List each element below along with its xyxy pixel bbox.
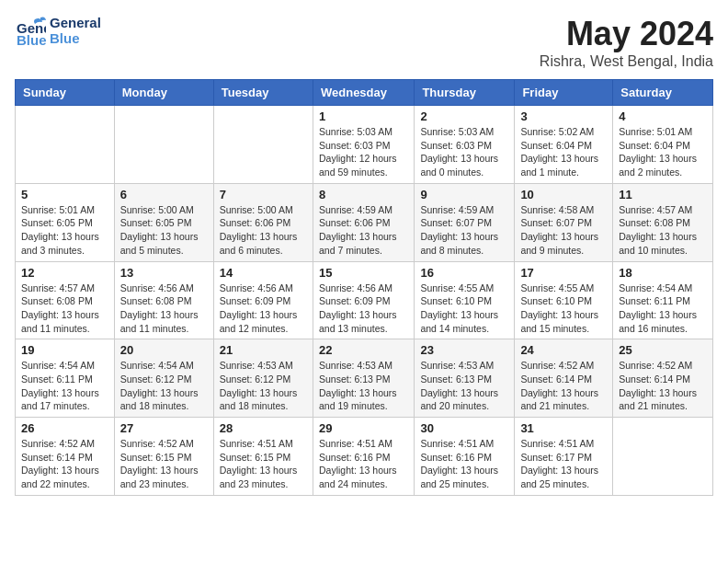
day-number: 2 [420,109,508,123]
calendar-cell: 21Sunrise: 4:53 AM Sunset: 6:12 PM Dayli… [213,339,313,418]
column-header-monday: Monday [114,80,213,106]
day-info: Sunrise: 4:53 AM Sunset: 6:13 PM Dayligh… [319,359,408,413]
calendar-cell: 16Sunrise: 4:55 AM Sunset: 6:10 PM Dayli… [415,261,515,339]
calendar-cell [613,418,713,496]
day-number: 19 [21,343,108,357]
logo-text-blue: Blue [50,30,101,46]
day-info: Sunrise: 4:59 AM Sunset: 6:07 PM Dayligh… [420,203,508,258]
day-info: Sunrise: 4:54 AM Sunset: 6:11 PM Dayligh… [21,359,108,413]
calendar-week-row: 12Sunrise: 4:57 AM Sunset: 6:08 PM Dayli… [16,261,713,339]
day-number: 15 [319,266,408,280]
day-info: Sunrise: 5:03 AM Sunset: 6:03 PM Dayligh… [319,125,408,179]
column-header-thursday: Thursday [415,80,515,106]
day-number: 26 [21,421,108,435]
day-info: Sunrise: 5:00 AM Sunset: 6:05 PM Dayligh… [120,203,208,258]
day-info: Sunrise: 4:52 AM Sunset: 6:14 PM Dayligh… [520,359,607,413]
day-info: Sunrise: 4:54 AM Sunset: 6:11 PM Dayligh… [619,282,707,336]
day-number: 31 [520,421,607,435]
calendar-cell: 12Sunrise: 4:57 AM Sunset: 6:08 PM Dayli… [16,261,115,339]
day-number: 14 [220,266,307,280]
day-info: Sunrise: 5:03 AM Sunset: 6:03 PM Dayligh… [420,125,508,179]
day-info: Sunrise: 4:53 AM Sunset: 6:13 PM Dayligh… [420,359,508,413]
calendar-cell: 15Sunrise: 4:56 AM Sunset: 6:09 PM Dayli… [313,261,414,339]
day-number: 16 [420,266,508,280]
logo: General Blue General Blue [15,15,101,46]
day-number: 23 [420,343,508,357]
day-info: Sunrise: 4:51 AM Sunset: 6:15 PM Dayligh… [220,437,307,491]
page-title: May 2024 [540,15,713,53]
calendar-cell: 25Sunrise: 4:52 AM Sunset: 6:14 PM Dayli… [613,339,713,418]
day-number: 13 [120,266,208,280]
calendar-cell: 20Sunrise: 4:54 AM Sunset: 6:12 PM Dayli… [114,339,213,418]
calendar-week-row: 5Sunrise: 5:01 AM Sunset: 6:05 PM Daylig… [16,183,713,261]
logo-icon: General Blue [15,15,46,46]
calendar-cell: 26Sunrise: 4:52 AM Sunset: 6:14 PM Dayli… [16,418,115,496]
day-number: 11 [619,188,707,201]
calendar-cell: 22Sunrise: 4:53 AM Sunset: 6:13 PM Dayli… [313,339,414,418]
day-number: 17 [520,266,607,280]
day-number: 4 [619,109,707,123]
day-info: Sunrise: 5:01 AM Sunset: 6:05 PM Dayligh… [21,203,108,258]
day-number: 27 [120,421,208,435]
day-info: Sunrise: 4:57 AM Sunset: 6:08 PM Dayligh… [21,282,108,336]
calendar-cell: 4Sunrise: 5:01 AM Sunset: 6:04 PM Daylig… [613,106,713,184]
calendar-cell: 7Sunrise: 5:00 AM Sunset: 6:06 PM Daylig… [213,183,313,261]
day-number: 7 [220,188,307,201]
calendar-cell: 31Sunrise: 4:51 AM Sunset: 6:17 PM Dayli… [515,418,613,496]
day-info: Sunrise: 4:56 AM Sunset: 6:08 PM Dayligh… [120,282,208,336]
calendar-cell: 5Sunrise: 5:01 AM Sunset: 6:05 PM Daylig… [16,183,115,261]
calendar-cell: 11Sunrise: 4:57 AM Sunset: 6:08 PM Dayli… [613,183,713,261]
calendar-header-row: SundayMondayTuesdayWednesdayThursdayFrid… [16,80,713,106]
day-info: Sunrise: 4:51 AM Sunset: 6:16 PM Dayligh… [420,437,508,491]
calendar-cell: 14Sunrise: 4:56 AM Sunset: 6:09 PM Dayli… [213,261,313,339]
calendar-week-row: 1Sunrise: 5:03 AM Sunset: 6:03 PM Daylig… [16,106,713,184]
day-number: 12 [21,266,108,280]
day-number: 24 [520,343,607,357]
calendar-cell: 17Sunrise: 4:55 AM Sunset: 6:10 PM Dayli… [515,261,613,339]
calendar-cell: 9Sunrise: 4:59 AM Sunset: 6:07 PM Daylig… [415,183,515,261]
calendar-cell: 3Sunrise: 5:02 AM Sunset: 6:04 PM Daylig… [515,106,613,184]
day-number: 22 [319,343,408,357]
day-info: Sunrise: 4:55 AM Sunset: 6:10 PM Dayligh… [520,282,607,336]
calendar-cell: 30Sunrise: 4:51 AM Sunset: 6:16 PM Dayli… [415,418,515,496]
day-number: 28 [220,421,307,435]
calendar-cell: 13Sunrise: 4:56 AM Sunset: 6:08 PM Dayli… [114,261,213,339]
day-info: Sunrise: 4:59 AM Sunset: 6:06 PM Dayligh… [319,203,408,258]
calendar-cell: 28Sunrise: 4:51 AM Sunset: 6:15 PM Dayli… [213,418,313,496]
calendar-cell [213,106,313,184]
logo-text-general: General [50,15,101,30]
day-number: 10 [520,188,607,201]
day-info: Sunrise: 4:58 AM Sunset: 6:07 PM Dayligh… [520,203,607,258]
day-number: 21 [220,343,307,357]
day-number: 5 [21,188,108,201]
column-header-sunday: Sunday [16,80,115,106]
day-info: Sunrise: 4:51 AM Sunset: 6:16 PM Dayligh… [319,437,408,491]
day-number: 25 [619,343,707,357]
day-number: 3 [520,109,607,123]
day-number: 6 [120,188,208,201]
day-info: Sunrise: 4:55 AM Sunset: 6:10 PM Dayligh… [420,282,508,336]
calendar-cell [114,106,213,184]
day-info: Sunrise: 4:52 AM Sunset: 6:15 PM Dayligh… [120,437,208,491]
calendar-cell: 18Sunrise: 4:54 AM Sunset: 6:11 PM Dayli… [613,261,713,339]
column-header-tuesday: Tuesday [213,80,313,106]
day-info: Sunrise: 4:51 AM Sunset: 6:17 PM Dayligh… [520,437,607,491]
day-number: 18 [619,266,707,280]
day-info: Sunrise: 4:52 AM Sunset: 6:14 PM Dayligh… [619,359,707,413]
title-area: May 2024 Rishra, West Bengal, India [540,15,713,70]
day-number: 8 [319,188,408,201]
day-number: 30 [420,421,508,435]
calendar-cell: 1Sunrise: 5:03 AM Sunset: 6:03 PM Daylig… [313,106,414,184]
calendar-cell: 10Sunrise: 4:58 AM Sunset: 6:07 PM Dayli… [515,183,613,261]
calendar-cell: 19Sunrise: 4:54 AM Sunset: 6:11 PM Dayli… [16,339,115,418]
day-number: 29 [319,421,408,435]
page-subtitle: Rishra, West Bengal, India [540,53,713,70]
day-number: 9 [420,188,508,201]
day-info: Sunrise: 5:02 AM Sunset: 6:04 PM Dayligh… [520,125,607,179]
column-header-saturday: Saturday [613,80,713,106]
svg-text:Blue: Blue [17,32,46,46]
day-info: Sunrise: 4:57 AM Sunset: 6:08 PM Dayligh… [619,203,707,258]
calendar-cell: 24Sunrise: 4:52 AM Sunset: 6:14 PM Dayli… [515,339,613,418]
calendar-week-row: 19Sunrise: 4:54 AM Sunset: 6:11 PM Dayli… [16,339,713,418]
day-info: Sunrise: 5:00 AM Sunset: 6:06 PM Dayligh… [220,203,307,258]
